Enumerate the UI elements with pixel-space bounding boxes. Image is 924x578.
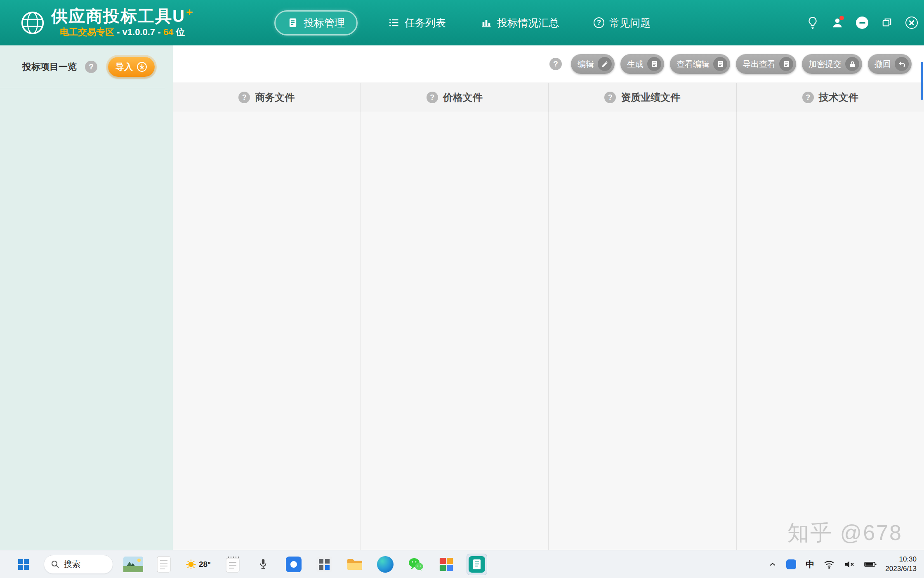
edit-button-label: 编辑 xyxy=(578,59,594,70)
bidding-tool-app-icon xyxy=(469,556,485,573)
weather-temp: 28° xyxy=(199,560,211,569)
blue-app-button[interactable] xyxy=(283,554,304,575)
app-window: 供应商投标工具U+ 电工交易专区 - v1.0.0.7 - 64 位 投标管理 … xyxy=(0,0,924,578)
business-file-help-icon[interactable]: ? xyxy=(238,92,250,103)
user-account-button[interactable] xyxy=(830,15,845,30)
weather-widget-button[interactable]: 28° xyxy=(184,554,212,575)
edge-browser-button[interactable] xyxy=(375,554,396,575)
nav-tab-faq[interactable]: ? 常见问题 xyxy=(589,11,655,35)
sidebar-help-icon[interactable]: ? xyxy=(85,61,97,73)
file-explorer-button[interactable] xyxy=(344,554,365,575)
ime-indicator[interactable]: 中 xyxy=(805,557,815,572)
nav-tab-bid-summary[interactable]: 投标情况汇总 xyxy=(476,11,563,35)
ime-label: 中 xyxy=(806,559,814,570)
minimize-button[interactable] xyxy=(855,15,870,30)
maximize-button[interactable] xyxy=(879,15,894,30)
wechat-icon xyxy=(408,557,424,572)
withdraw-button-label: 撤回 xyxy=(874,59,891,70)
app-subtitle: 电工交易专区 - v1.0.0.7 - 64 位 xyxy=(60,26,185,38)
notepad-icon xyxy=(157,556,171,573)
export-view-button[interactable]: 导出查看 xyxy=(736,54,796,74)
vertical-scrollbar[interactable] xyxy=(921,62,923,100)
withdraw-button[interactable]: 撤回 xyxy=(868,54,912,74)
subtitle-version: - v1.0.0.7 - xyxy=(114,27,163,37)
folder-icon xyxy=(346,558,363,571)
clock-time: 10:30 xyxy=(885,555,917,564)
file-columns-body xyxy=(173,112,924,550)
window-controls xyxy=(805,0,919,45)
voice-recorder-app-button[interactable] xyxy=(253,554,273,575)
column-label: 商务文件 xyxy=(255,91,295,104)
nav-tab-task-list[interactable]: 任务列表 xyxy=(384,11,450,35)
microphone-icon xyxy=(259,558,268,571)
qualification-file-help-icon[interactable]: ? xyxy=(604,92,616,103)
search-icon xyxy=(51,560,60,569)
subtitle-zone: 电工交易专区 xyxy=(60,27,114,37)
subtitle-bits: 64 xyxy=(163,27,173,37)
close-button[interactable] xyxy=(904,15,919,30)
sun-icon xyxy=(186,559,196,570)
colorful-grid-app-button[interactable] xyxy=(436,554,457,575)
business-file-column xyxy=(173,112,361,550)
chevron-up-icon xyxy=(768,561,777,567)
technical-file-column xyxy=(737,112,924,550)
column-header-business-file: ? 商务文件 xyxy=(173,83,361,112)
taskbar-search[interactable]: 搜索 xyxy=(44,555,113,574)
windows-logo-icon xyxy=(17,558,30,571)
notification-dot xyxy=(839,16,844,20)
edit-pencil-icon xyxy=(598,57,612,71)
toolbar-help-icon[interactable]: ? xyxy=(549,58,562,70)
nav-tab-bid-management[interactable]: 投标管理 xyxy=(274,10,358,36)
nav-label: 任务列表 xyxy=(405,16,446,30)
app-title: 供应商投标工具U+ xyxy=(51,7,193,25)
price-file-help-icon[interactable]: ? xyxy=(427,92,438,103)
document-toolbar: ? 编辑 生成 查看编辑 导出查看 xyxy=(173,45,924,83)
tray-blue-app-icon xyxy=(786,559,796,569)
battery-button[interactable] xyxy=(863,559,877,570)
taskbar-clock[interactable]: 10:30 2023/6/13 xyxy=(885,555,917,574)
blue-app-icon xyxy=(286,557,302,572)
bidding-tool-app-button[interactable] xyxy=(467,554,487,575)
generate-button-label: 生成 xyxy=(627,59,644,70)
spiral-notebook-icon xyxy=(226,556,240,573)
app-title-plus: + xyxy=(186,6,193,19)
tray-app-button[interactable] xyxy=(785,558,797,571)
column-label: 资质业绩文件 xyxy=(621,91,680,104)
technical-file-help-icon[interactable]: ? xyxy=(802,92,814,103)
encrypt-submit-button-label: 加密提交 xyxy=(808,59,842,70)
notes-app-button[interactable] xyxy=(222,554,243,575)
import-download-icon xyxy=(137,62,147,72)
restore-icon xyxy=(882,17,892,28)
nav-label: 投标管理 xyxy=(304,16,345,30)
wechat-button[interactable] xyxy=(405,554,426,575)
view-edit-button[interactable]: 查看编辑 xyxy=(670,54,730,74)
column-header-price-file: ? 价格文件 xyxy=(361,83,549,112)
volume-button[interactable] xyxy=(843,558,856,571)
wifi-icon xyxy=(824,560,834,569)
file-column-headers: ? 商务文件 ? 价格文件 ? 资质业绩文件 ? 技术文件 xyxy=(173,83,924,112)
edit-button[interactable]: 编辑 xyxy=(571,54,615,74)
column-label: 价格文件 xyxy=(443,91,483,104)
edge-browser-icon xyxy=(377,556,394,573)
app-brand: 供应商投标工具U+ 电工交易专区 - v1.0.0.7 - 64 位 xyxy=(21,7,193,38)
list-icon xyxy=(388,17,400,28)
view-edit-button-label: 查看编辑 xyxy=(676,59,710,70)
question-icon: ? xyxy=(594,17,604,28)
sidebar: 投标项目一览 ? 导入 xyxy=(0,45,173,550)
app-logo-icon xyxy=(21,11,45,35)
tips-button[interactable] xyxy=(805,15,820,30)
start-button[interactable] xyxy=(13,554,34,575)
tray-overflow-button[interactable] xyxy=(768,560,778,569)
generate-button[interactable]: 生成 xyxy=(620,54,664,74)
gallery-app-button[interactable] xyxy=(123,554,144,575)
tiles-app-button[interactable] xyxy=(314,554,335,575)
network-button[interactable] xyxy=(823,558,835,571)
encrypt-submit-button[interactable]: 加密提交 xyxy=(802,54,862,74)
column-label: 技术文件 xyxy=(819,91,858,104)
column-header-qualification-file: ? 资质业绩文件 xyxy=(549,83,737,112)
sidebar-title: 投标项目一览 xyxy=(22,61,77,73)
import-button[interactable]: 导入 xyxy=(108,57,155,77)
notepad-app-button[interactable] xyxy=(153,554,174,575)
nav-label: 投标情况汇总 xyxy=(497,16,559,30)
taskbar-left: 搜索 28° xyxy=(13,554,487,575)
